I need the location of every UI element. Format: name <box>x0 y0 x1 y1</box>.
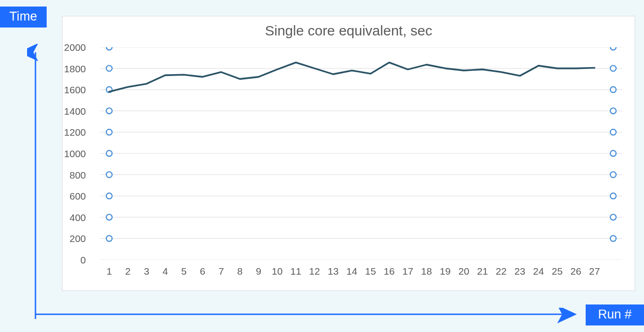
x-tick-label: 25 <box>547 266 567 276</box>
marker-ring-icon <box>610 65 616 71</box>
marker-ring-icon <box>610 193 616 199</box>
y-tick-label: 1400 <box>53 106 86 116</box>
axis-arrow-y-icon <box>27 44 46 323</box>
marker-ring-icon <box>610 151 616 156</box>
y-tick-label: 1200 <box>53 127 86 137</box>
marker-ring-icon <box>106 108 112 114</box>
x-tick-label: 18 <box>417 266 436 276</box>
x-tick-label: 6 <box>193 266 212 276</box>
y-tick-label: 800 <box>53 170 86 180</box>
marker-ring-icon <box>106 235 112 241</box>
marker-ring-icon <box>610 47 616 50</box>
y-tick-label: 400 <box>53 212 86 222</box>
axis-arrow-x-icon <box>27 308 582 326</box>
x-tick-label: 13 <box>323 266 343 276</box>
x-tick-label: 17 <box>398 266 418 276</box>
y-tick-label: 1600 <box>53 85 86 95</box>
marker-ring-icon <box>106 193 112 199</box>
marker-ring-icon <box>610 129 616 135</box>
x-tick-label: 5 <box>174 266 194 276</box>
marker-ring-icon <box>610 172 616 177</box>
x-tick-label: 14 <box>342 266 362 276</box>
x-tick-label: 4 <box>155 266 175 276</box>
x-tick-label: 27 <box>585 266 604 276</box>
marker-ring-icon <box>106 47 112 50</box>
series-line <box>109 62 595 92</box>
axis-label-y: Time <box>0 7 47 28</box>
marker-ring-icon <box>610 87 616 92</box>
x-tick-label: 8 <box>230 266 250 276</box>
y-tick-label: 2000 <box>53 42 86 52</box>
x-tick-label: 1 <box>99 266 119 276</box>
chart-svg <box>100 47 623 260</box>
y-tick-label: 600 <box>53 191 86 201</box>
x-tick-label: 15 <box>361 266 380 276</box>
marker-ring-icon <box>106 151 112 156</box>
y-tick-label: 0 <box>53 255 86 265</box>
x-tick-label: 22 <box>491 266 511 276</box>
marker-ring-icon <box>610 235 616 241</box>
x-tick-label: 16 <box>379 266 399 276</box>
x-tick-label: 9 <box>249 266 268 276</box>
x-tick-label: 3 <box>137 266 156 276</box>
x-tick-label: 24 <box>529 266 548 276</box>
y-tick-label: 1000 <box>53 149 86 159</box>
marker-ring-icon <box>106 172 112 177</box>
x-tick-label: 2 <box>118 266 138 276</box>
x-tick-label: 11 <box>286 266 306 276</box>
marker-ring-icon <box>610 214 616 220</box>
x-tick-label: 12 <box>305 266 324 276</box>
y-tick-label: 1800 <box>53 63 86 73</box>
marker-ring-icon <box>106 129 112 135</box>
x-tick-label: 10 <box>267 266 287 276</box>
x-tick-label: 26 <box>566 266 586 276</box>
axis-label-x: Run # <box>586 304 644 325</box>
x-tick-label: 7 <box>211 266 231 276</box>
y-tick-label: 200 <box>53 234 86 243</box>
chart-plot: 0200400600800100012001400160018002000123… <box>100 47 623 260</box>
chart-title: Single core equivalent, sec <box>63 23 635 39</box>
x-tick-label: 20 <box>454 266 474 276</box>
marker-ring-icon <box>610 108 616 114</box>
marker-ring-icon <box>106 214 112 220</box>
x-tick-label: 23 <box>510 266 530 276</box>
x-tick-label: 21 <box>473 266 492 276</box>
chart-panel: Single core equivalent, sec 020040060080… <box>62 16 635 291</box>
marker-ring-icon <box>106 65 112 71</box>
x-tick-label: 19 <box>435 266 455 276</box>
